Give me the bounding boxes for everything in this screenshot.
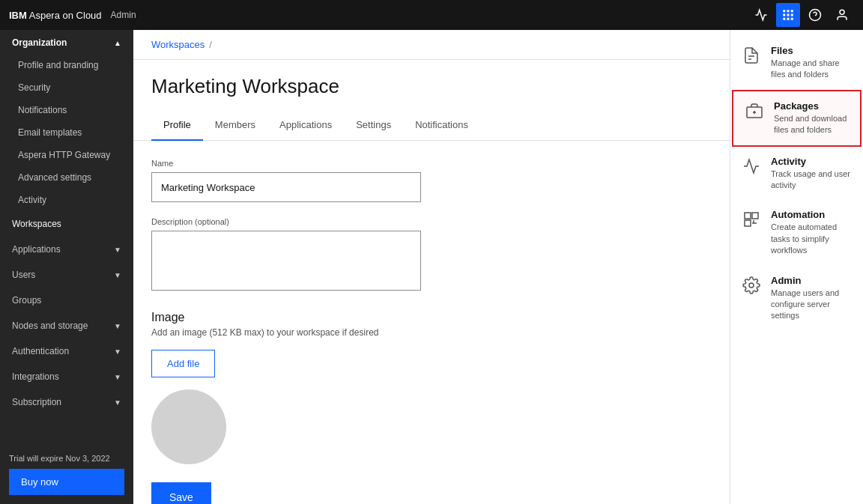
svg-rect-5 [791, 14, 793, 16]
add-file-button[interactable]: Add file [151, 350, 215, 377]
topbar-brand: IBM Aspera on Cloud [9, 10, 102, 21]
files-icon [741, 45, 762, 66]
rp-files-text: Files Manage and share files and folders [771, 45, 853, 81]
image-section-subtitle: Add an image (512 KB max) to your worksp… [151, 327, 712, 338]
tabs-bar: Profile Members Applications Settings No… [133, 110, 730, 141]
rp-automation-text: Automation Create automated tasks to sim… [771, 209, 853, 256]
admin-icon [741, 275, 762, 296]
activity-icon [741, 156, 762, 177]
content-main: Workspaces / Marketing Workspace Profile… [133, 30, 863, 504]
content-scroll: Marketing Workspace Profile Members Appl… [133, 60, 730, 504]
sidebar-item-integrations[interactable]: Integrations ▼ [0, 364, 133, 389]
right-panel: Files Manage and share files and folders… [730, 30, 863, 504]
sidebar-item-security[interactable]: Security [0, 76, 133, 99]
packages-icon [744, 100, 765, 121]
topbar-right [749, 3, 854, 27]
sidebar-item-activity[interactable]: Activity [0, 189, 133, 211]
chevron-down-icon: ▼ [114, 246, 121, 254]
svg-point-20 [749, 283, 754, 288]
tab-applications[interactable]: Applications [267, 110, 344, 141]
rp-item-admin[interactable]: Admin Manage users and configure server … [730, 266, 863, 331]
tab-profile[interactable]: Profile [151, 110, 203, 141]
chevron-up-icon: ▲ [114, 39, 121, 47]
svg-rect-17 [745, 213, 751, 219]
name-field-group: Name [151, 159, 712, 202]
save-button[interactable]: Save [151, 482, 211, 504]
breadcrumb: Workspaces / [133, 30, 730, 60]
image-section: Image Add an image (512 KB max) to your … [151, 311, 712, 464]
description-label: Description (optional) [151, 217, 712, 226]
chevron-down-icon: ▼ [114, 398, 121, 407]
rp-activity-text: Activity Track usage and user activity [771, 156, 853, 192]
sidebar: Organization ▲ Profile and branding Secu… [0, 30, 133, 504]
automation-icon [741, 209, 762, 230]
buy-now-button[interactable]: Buy now [9, 469, 124, 495]
rp-admin-text: Admin Manage users and configure server … [771, 275, 853, 322]
profile-form: Name Description (optional) Image Add an… [151, 159, 712, 504]
help-icon[interactable] [803, 3, 827, 27]
image-preview-placeholder [151, 389, 226, 464]
sidebar-item-advanced-settings[interactable]: Advanced settings [0, 166, 133, 189]
rp-packages-text: Packages Send and download files and fol… [774, 100, 850, 136]
sidebar-item-notifications[interactable]: Notifications [0, 99, 133, 121]
trial-expiry-text: Trial will expire Nov 3, 2022 [9, 454, 124, 463]
tab-members[interactable]: Members [203, 110, 267, 141]
svg-rect-0 [783, 10, 785, 12]
rp-item-activity[interactable]: Activity Track usage and user activity [730, 147, 863, 201]
svg-point-11 [840, 10, 844, 14]
sidebar-item-email-templates[interactable]: Email templates [0, 121, 133, 144]
sidebar-item-nodes-storage[interactable]: Nodes and storage ▼ [0, 313, 133, 338]
content-page: Workspaces / Marketing Workspace Profile… [133, 30, 730, 504]
rp-item-automation[interactable]: Automation Create automated tasks to sim… [730, 200, 863, 265]
sidebar-item-subscription[interactable]: Subscription ▼ [0, 389, 133, 415]
rp-item-files[interactable]: Files Manage and share files and folders [730, 36, 863, 90]
sidebar-item-authentication[interactable]: Authentication ▼ [0, 338, 133, 364]
svg-rect-1 [787, 10, 790, 12]
rp-item-packages[interactable]: Packages Send and download files and fol… [732, 90, 862, 147]
sidebar-item-workspaces[interactable]: Workspaces [0, 211, 133, 237]
svg-rect-4 [787, 14, 790, 16]
svg-rect-6 [783, 18, 785, 20]
sidebar-item-applications[interactable]: Applications ▼ [0, 237, 133, 262]
svg-rect-18 [752, 213, 758, 219]
svg-rect-19 [745, 220, 751, 226]
topbar-left: IBM Aspera on Cloud Admin [9, 10, 136, 21]
svg-rect-7 [787, 18, 790, 20]
topbar-admin-label: Admin [111, 10, 136, 20]
sidebar-item-profile-branding[interactable]: Profile and branding [0, 54, 133, 76]
sidebar-item-http-gateway[interactable]: Aspera HTTP Gateway [0, 144, 133, 166]
svg-rect-8 [791, 18, 793, 20]
description-input[interactable] [151, 231, 421, 291]
breadcrumb-separator: / [209, 39, 212, 50]
grid-icon[interactable] [776, 3, 800, 27]
tab-settings[interactable]: Settings [344, 110, 403, 141]
organization-section-header[interactable]: Organization ▲ [0, 30, 133, 54]
chevron-down-icon: ▼ [114, 347, 121, 356]
chevron-down-icon: ▼ [114, 322, 121, 330]
name-label: Name [151, 159, 712, 168]
breadcrumb-workspaces-link[interactable]: Workspaces [151, 39, 205, 50]
activity-icon[interactable] [749, 3, 773, 27]
description-field-group: Description (optional) [151, 217, 712, 293]
name-input[interactable] [151, 172, 421, 202]
svg-rect-3 [783, 14, 785, 16]
image-section-title: Image [151, 311, 712, 324]
main-layout: Organization ▲ Profile and branding Secu… [0, 30, 863, 504]
user-icon[interactable] [830, 3, 854, 27]
svg-rect-2 [791, 10, 793, 12]
sidebar-footer: Trial will expire Nov 3, 2022 Buy now [0, 445, 133, 504]
sidebar-item-users[interactable]: Users ▼ [0, 262, 133, 288]
sidebar-item-groups[interactable]: Groups [0, 288, 133, 313]
topbar: IBM Aspera on Cloud Admin [0, 0, 863, 30]
page-title: Marketing Workspace [151, 60, 712, 110]
chevron-down-icon: ▼ [114, 271, 121, 279]
chevron-down-icon: ▼ [114, 373, 121, 381]
tab-notifications[interactable]: Notifications [403, 110, 480, 141]
